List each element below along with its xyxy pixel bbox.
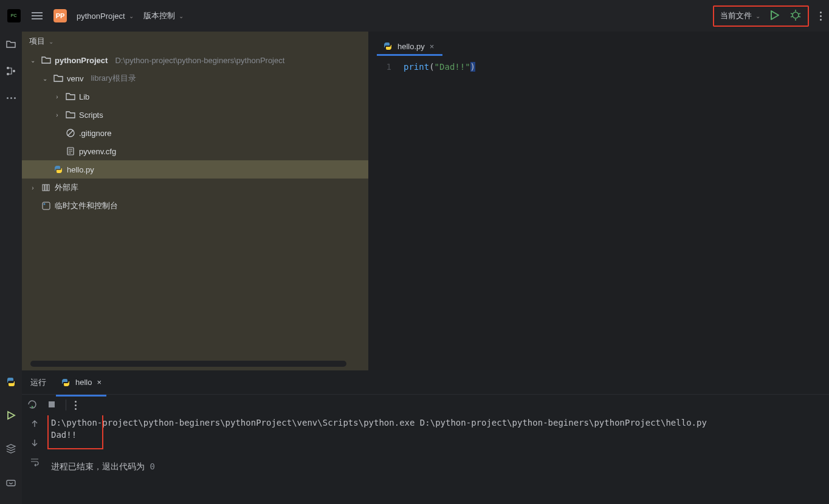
scroll-down-icon[interactable] [30, 438, 40, 449]
root-path: D:\python-project\python-beginers\python… [115, 56, 284, 65]
project-badge: PP [53, 9, 67, 22]
project-panel: 项目 ⌄ ⌄ pythonProject D:\python-project\p… [22, 32, 368, 370]
services-icon[interactable] [5, 477, 16, 489]
run-title: 运行 [30, 377, 46, 388]
horizontal-scrollbar[interactable] [30, 361, 346, 367]
scripts-name: Scripts [79, 111, 103, 120]
tree-venv[interactable]: ⌄ venv library根目录 [22, 69, 368, 87]
lib-name: Lib [79, 92, 89, 101]
svg-line-6 [799, 13, 800, 14]
svg-rect-19 [45, 185, 47, 191]
libraries-icon [41, 183, 51, 192]
token-paren: ( [429, 62, 434, 72]
project-tree: ⌄ pythonProject D:\python-project\python… [22, 51, 368, 352]
tree-root[interactable]: ⌄ pythonProject D:\python-project\python… [22, 51, 368, 69]
token-paren: ) [470, 62, 475, 72]
chevron-down-icon: ⌄ [49, 38, 53, 45]
stack-icon[interactable] [5, 443, 16, 456]
folder-icon [66, 110, 75, 120]
project-panel-title: 项目 [29, 36, 45, 47]
svg-line-7 [791, 16, 793, 17]
code-line[interactable]: print("Dad!!") [399, 56, 829, 370]
tree-pyvenv[interactable]: pyvenv.cfg [22, 142, 368, 160]
more-icon[interactable] [75, 401, 77, 410]
line-number: 1 [387, 62, 391, 72]
scroll-up-icon[interactable] [30, 419, 40, 431]
folder-icon [66, 92, 75, 101]
python-icon [53, 165, 63, 174]
chevron-down-icon: ⌄ [129, 13, 134, 19]
svg-rect-23 [7, 480, 15, 486]
run-panel-header: 运行 hello × [22, 370, 829, 395]
scratch-name: 临时文件和控制台 [55, 200, 118, 211]
gitignore-name: .gitignore [79, 129, 111, 138]
tree-external-libs[interactable]: › 外部库 [22, 179, 368, 197]
svg-rect-20 [47, 185, 49, 191]
structure-icon[interactable] [4, 64, 18, 78]
svg-point-11 [13, 70, 15, 72]
venv-name: venv [67, 74, 83, 83]
tree-scripts[interactable]: › Scripts [22, 106, 368, 124]
svg-point-2 [793, 12, 799, 18]
app-icon: PC [7, 9, 21, 22]
hamburger-icon[interactable] [30, 9, 44, 22]
editor-tab-label: hello.py [397, 42, 425, 51]
more-icon[interactable] [820, 12, 822, 21]
run-button[interactable] [769, 9, 781, 23]
debug-button[interactable] [789, 9, 802, 23]
line-gutter: 1 [368, 56, 399, 370]
exit-code: 0 [150, 461, 154, 471]
close-icon[interactable]: × [97, 378, 101, 387]
run-config-highlight: 当前文件 ⌄ [713, 5, 809, 27]
vcs-dropdown[interactable]: 版本控制 ⌄ [143, 10, 184, 21]
tree-scratch[interactable]: 临时文件和控制台 [22, 197, 368, 215]
python-console-icon[interactable] [5, 376, 16, 389]
tree-gitignore[interactable]: .gitignore [22, 124, 368, 142]
close-icon[interactable]: × [430, 42, 435, 51]
console-output[interactable]: D:\python-project\python-beginers\python… [47, 415, 829, 504]
project-name: pythonProject [77, 12, 125, 21]
tree-hello[interactable]: hello.py [22, 160, 368, 179]
svg-text:PC: PC [11, 13, 17, 18]
editor-panel: hello.py × 1 print("Dad!!") [368, 32, 829, 370]
pyvenv-name: pyvenv.cfg [79, 147, 116, 156]
chevron-right-icon: › [52, 112, 62, 118]
run-config-dropdown[interactable]: 当前文件 ⌄ [720, 10, 760, 21]
svg-line-8 [799, 16, 800, 17]
python-icon [61, 378, 71, 387]
run-tab-label: hello [75, 378, 92, 387]
stop-icon[interactable] [46, 399, 57, 412]
chevron-down-icon: ⌄ [28, 57, 38, 64]
soft-wrap-icon[interactable] [30, 457, 40, 468]
project-dropdown[interactable]: pythonProject ⌄ [77, 12, 134, 21]
left-tool-strip [0, 32, 22, 370]
console-line-2: Dad!! [51, 430, 829, 440]
project-panel-header[interactable]: 项目 ⌄ [22, 32, 368, 51]
chevron-right-icon: › [52, 94, 62, 100]
svg-point-9 [7, 67, 9, 69]
svg-point-22 [44, 203, 46, 205]
run-toolbar [22, 395, 829, 415]
more-tools-icon[interactable] [4, 91, 18, 104]
chevron-down-icon: ⌄ [179, 13, 184, 19]
tree-lib[interactable]: › Lib [22, 87, 368, 106]
file-icon [66, 146, 75, 156]
console-line-1: D:\python-project\python-beginers\python… [51, 418, 829, 427]
folder-icon[interactable] [4, 38, 18, 51]
svg-rect-21 [43, 202, 50, 209]
ignore-icon [66, 128, 75, 138]
top-bar: PC PP pythonProject ⌄ 版本控制 ⌄ 当前文件 ⌄ [0, 0, 829, 32]
exit-label: 进程已结束，退出代码为 [51, 461, 150, 471]
root-name: pythonProject [55, 56, 108, 65]
editor-tab-hello[interactable]: hello.py × [377, 36, 442, 56]
svg-rect-25 [49, 401, 55, 407]
run-toolwindow-icon[interactable] [5, 410, 16, 423]
rerun-icon[interactable] [27, 399, 38, 412]
run-tab-hello[interactable]: hello × [56, 374, 106, 391]
ext-libs-name: 外部库 [55, 182, 78, 193]
editor-tab-bar: hello.py × [368, 32, 829, 56]
venv-hint: library根目录 [91, 73, 136, 84]
editor-body[interactable]: 1 print("Dad!!") [368, 56, 829, 370]
chevron-down-icon: ⌄ [40, 75, 50, 82]
run-panel: 运行 hello × D:\py [0, 370, 829, 504]
